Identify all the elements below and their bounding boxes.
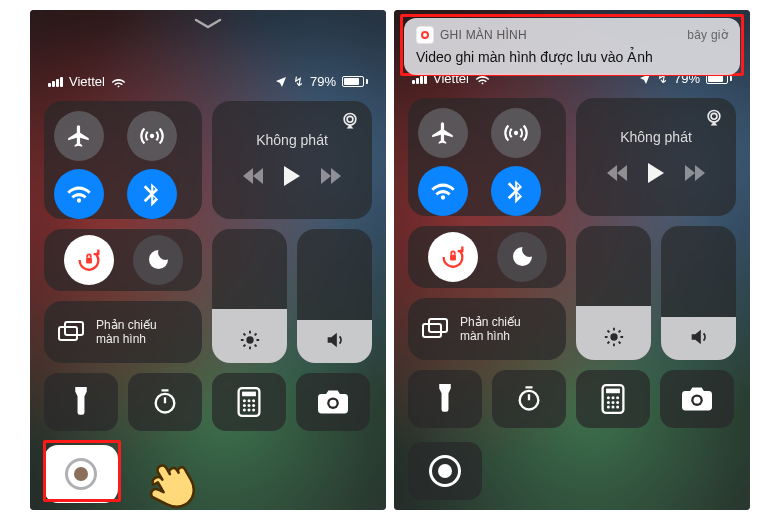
brightness-slider[interactable]	[212, 229, 287, 363]
screen-record-button[interactable]	[408, 442, 482, 500]
speaker-icon	[324, 329, 346, 351]
svg-point-1	[344, 114, 356, 126]
volume-slider[interactable]	[297, 229, 372, 363]
svg-point-22	[708, 111, 720, 123]
svg-point-27	[610, 333, 617, 340]
media-card[interactable]: Không phát	[212, 101, 372, 219]
svg-rect-9	[242, 392, 256, 397]
notification-banner[interactable]: GHI MÀN HÌNH bây giờ Video ghi màn hình …	[404, 18, 740, 75]
grabber	[44, 10, 372, 32]
brightness-slider[interactable]	[576, 226, 651, 360]
do-not-disturb-toggle[interactable]	[133, 235, 183, 285]
svg-rect-24	[450, 255, 456, 261]
svg-point-18	[252, 409, 255, 412]
record-app-icon	[416, 26, 434, 44]
svg-point-14	[248, 404, 251, 407]
svg-point-21	[514, 131, 518, 135]
notification-body: Video ghi màn hình được lưu vào Ảnh	[416, 49, 728, 65]
airplay-icon[interactable]	[704, 108, 724, 128]
focus-card	[408, 226, 566, 288]
media-title: Không phát	[256, 132, 328, 148]
svg-point-41	[694, 397, 701, 404]
camera-button[interactable]	[660, 370, 734, 428]
play-icon[interactable]	[283, 166, 301, 190]
mirror-label-1: Phản chiếu	[96, 318, 157, 332]
screen-mirroring-button[interactable]: Phản chiếu màn hình	[408, 298, 566, 360]
speaker-icon	[688, 326, 710, 348]
mirror-label-2: màn hình	[460, 329, 521, 343]
svg-rect-3	[86, 258, 92, 264]
svg-point-20	[330, 400, 337, 407]
flashlight-button[interactable]	[44, 373, 118, 431]
svg-rect-25	[423, 324, 441, 337]
notification-time: bây giờ	[687, 28, 728, 42]
media-title: Không phát	[620, 129, 692, 145]
svg-point-36	[616, 401, 619, 404]
svg-point-2	[347, 116, 353, 122]
battery-percent: 79%	[310, 74, 336, 89]
mirror-label-1: Phản chiếu	[460, 315, 521, 329]
svg-point-37	[607, 406, 610, 409]
timer-button[interactable]	[492, 370, 566, 428]
svg-point-0	[150, 134, 154, 138]
airplay-icon[interactable]	[340, 111, 360, 131]
record-icon	[429, 455, 461, 487]
svg-point-17	[248, 409, 251, 412]
connectivity-card	[44, 101, 202, 219]
svg-point-32	[612, 396, 615, 399]
wifi-toggle[interactable]	[54, 169, 104, 219]
svg-point-12	[252, 399, 255, 402]
svg-rect-30	[606, 389, 620, 394]
airplane-toggle[interactable]	[418, 108, 468, 158]
wifi-toggle[interactable]	[418, 166, 468, 216]
svg-point-15	[252, 404, 255, 407]
tutorial-two-panel: Viettel ↯ 79%	[30, 10, 750, 510]
svg-point-34	[607, 401, 610, 404]
battery-icon	[342, 76, 368, 87]
signal-icon	[48, 77, 63, 87]
airplane-toggle[interactable]	[54, 111, 104, 161]
svg-point-39	[616, 406, 619, 409]
calculator-button[interactable]	[212, 373, 286, 431]
phone-left: Viettel ↯ 79%	[30, 10, 386, 510]
wifi-icon	[111, 76, 126, 87]
do-not-disturb-toggle[interactable]	[497, 232, 547, 282]
next-track-icon[interactable]	[685, 165, 705, 185]
svg-point-11	[248, 399, 251, 402]
volume-slider[interactable]	[661, 226, 736, 360]
next-track-icon[interactable]	[321, 168, 341, 188]
prev-track-icon[interactable]	[607, 165, 627, 185]
notification-app-name: GHI MÀN HÌNH	[440, 28, 527, 42]
calculator-button[interactable]	[576, 370, 650, 428]
screen-record-button[interactable]	[44, 445, 118, 503]
svg-point-13	[243, 404, 246, 407]
rotation-lock-toggle[interactable]	[428, 232, 478, 282]
screen-mirror-icon	[420, 317, 450, 341]
svg-point-33	[616, 396, 619, 399]
flashlight-button[interactable]	[408, 370, 482, 428]
chevron-down-icon	[194, 16, 222, 30]
cellular-toggle[interactable]	[127, 111, 177, 161]
signal-icon	[412, 74, 427, 84]
svg-point-28	[520, 391, 539, 410]
svg-point-31	[607, 396, 610, 399]
prev-track-icon[interactable]	[243, 168, 263, 188]
media-card[interactable]: Không phát	[576, 98, 736, 216]
timer-button[interactable]	[128, 373, 202, 431]
svg-rect-5	[65, 322, 83, 335]
play-icon[interactable]	[647, 163, 665, 187]
svg-point-6	[246, 336, 253, 343]
record-icon	[65, 458, 97, 490]
status-bar: Viettel ↯ 79%	[44, 74, 372, 95]
mirror-label-2: màn hình	[96, 332, 157, 346]
svg-point-10	[243, 399, 246, 402]
camera-button[interactable]	[296, 373, 370, 431]
phone-right: Viettel ↯ 79%	[394, 10, 750, 510]
rotation-lock-toggle[interactable]	[64, 235, 114, 285]
svg-point-23	[711, 113, 717, 119]
svg-point-35	[612, 401, 615, 404]
screen-mirroring-button[interactable]: Phản chiếu màn hình	[44, 301, 202, 363]
bluetooth-toggle[interactable]	[491, 166, 541, 216]
bluetooth-toggle[interactable]	[127, 169, 177, 219]
cellular-toggle[interactable]	[491, 108, 541, 158]
